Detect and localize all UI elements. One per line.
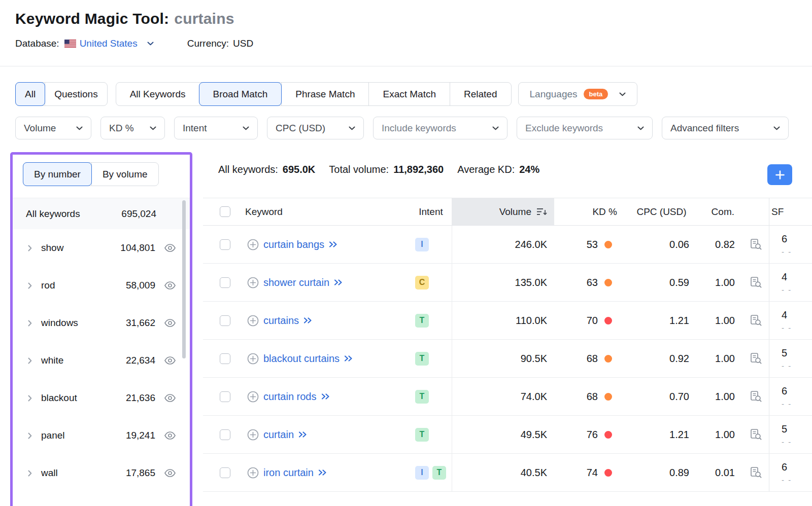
select-all-checkbox[interactable]: [220, 206, 230, 217]
database-selector[interactable]: United States: [80, 38, 154, 49]
sf-value: 6: [782, 461, 812, 473]
tab-questions[interactable]: Questions: [45, 83, 107, 105]
row-checkbox[interactable]: [220, 353, 230, 364]
filter-label: Intent: [183, 123, 207, 134]
serp-preview-icon[interactable]: [750, 390, 762, 403]
open-in-new-icon[interactable]: [344, 355, 353, 362]
eye-icon[interactable]: [164, 394, 176, 402]
filter-intent[interactable]: Intent: [174, 117, 258, 139]
col-header-com[interactable]: Com.: [698, 206, 739, 218]
all-keywords-row[interactable]: All keywords 695,024: [13, 198, 190, 229]
serp-preview-icon[interactable]: [750, 428, 762, 441]
serp-preview-icon[interactable]: [750, 238, 762, 250]
toggle-by-volume[interactable]: By volume: [91, 163, 158, 186]
filter-exclude-keywords[interactable]: Exclude keywords: [517, 117, 653, 139]
col-header-cpc[interactable]: CPC (USD): [625, 206, 698, 218]
keyword-group-row[interactable]: blackout21,636: [13, 379, 190, 417]
row-checkbox[interactable]: [220, 467, 230, 478]
chevron-right-icon[interactable]: [28, 432, 33, 439]
toggle-by-number[interactable]: By number: [23, 162, 92, 186]
serp-preview-icon[interactable]: [750, 276, 762, 288]
filter-advanced-filters[interactable]: Advanced filters: [662, 117, 789, 139]
keyword-group-row[interactable]: white22,634: [13, 342, 190, 379]
chevron-right-icon[interactable]: [28, 320, 33, 327]
keyword-link[interactable]: curtain bangs: [263, 239, 324, 250]
filter-include-keywords[interactable]: Include keywords: [373, 117, 507, 139]
tab-related[interactable]: Related: [450, 83, 511, 105]
filter-cpc-usd[interactable]: CPC (USD): [267, 117, 364, 139]
chevron-right-icon[interactable]: [28, 245, 33, 251]
eye-icon[interactable]: [164, 281, 176, 290]
kd-dot: [604, 355, 612, 363]
keyword-link[interactable]: shower curtain: [263, 277, 329, 288]
tab-broad-match[interactable]: Broad Match: [199, 82, 282, 106]
add-keyword-icon[interactable]: [247, 353, 259, 365]
add-keyword-icon[interactable]: [247, 277, 259, 288]
languages-label: Languages: [530, 89, 578, 100]
keyword-link[interactable]: iron curtain: [263, 467, 314, 479]
filter-kd[interactable]: KD %: [100, 117, 165, 139]
filter-volume[interactable]: Volume: [15, 117, 91, 139]
open-in-new-icon[interactable]: [303, 317, 313, 324]
com-cell: 1.00: [698, 315, 739, 327]
row-checkbox[interactable]: [220, 315, 230, 326]
add-keyword-icon[interactable]: [247, 467, 259, 479]
serp-preview-icon[interactable]: [750, 466, 762, 479]
add-to-list-button[interactable]: [767, 164, 792, 185]
open-in-new-icon[interactable]: [321, 393, 330, 400]
cpc-cell: 1.21: [625, 315, 698, 327]
chevron-right-icon[interactable]: [28, 395, 33, 402]
row-checkbox[interactable]: [220, 239, 230, 250]
col-header-sf[interactable]: SF: [769, 198, 812, 225]
tab-label: Phrase Match: [295, 89, 355, 100]
col-header-kd[interactable]: KD %: [554, 206, 625, 218]
row-checkbox[interactable]: [220, 391, 230, 402]
kd-dot: [604, 317, 612, 324]
keyword-link[interactable]: curtains: [263, 315, 299, 327]
serp-preview-icon[interactable]: [750, 314, 762, 327]
chevron-right-icon[interactable]: [28, 282, 33, 289]
keyword-link[interactable]: blackout curtains: [263, 353, 340, 365]
add-keyword-icon[interactable]: [247, 315, 259, 327]
open-in-new-icon[interactable]: [329, 241, 338, 248]
col-header-volume[interactable]: Volume: [452, 198, 554, 225]
add-keyword-icon[interactable]: [247, 391, 259, 403]
keyword-link[interactable]: curtain: [263, 429, 294, 441]
add-keyword-icon[interactable]: [247, 429, 259, 441]
eye-icon[interactable]: [164, 319, 176, 327]
col-header-intent: Intent: [410, 206, 452, 218]
tab-exact-match[interactable]: Exact Match: [368, 83, 450, 105]
open-in-new-icon[interactable]: [298, 431, 308, 438]
eye-icon[interactable]: [164, 431, 176, 440]
add-keyword-icon[interactable]: [247, 239, 259, 250]
eye-icon[interactable]: [164, 469, 176, 477]
tab-all-keywords[interactable]: All Keywords: [116, 83, 199, 105]
col-header-keyword: Keyword: [234, 206, 410, 218]
keyword-group-row[interactable]: wall17,865: [13, 454, 190, 492]
keyword-cell: curtain bangs: [234, 239, 410, 250]
tab-phrase-match[interactable]: Phrase Match: [281, 83, 368, 105]
keyword-group-row[interactable]: rod58,009: [13, 267, 190, 304]
sidebar-scrollbar[interactable]: [182, 200, 186, 358]
keyword-group-row[interactable]: show104,801: [13, 229, 190, 267]
filter-label: CPC (USD): [276, 123, 325, 134]
tab-all[interactable]: All: [15, 82, 45, 106]
chevron-right-icon[interactable]: [28, 470, 33, 477]
keyword-group-row[interactable]: windows31,662: [13, 304, 190, 342]
com-cell: 0.82: [698, 239, 739, 250]
serp-preview-icon[interactable]: [750, 352, 762, 365]
row-checkbox[interactable]: [220, 277, 230, 288]
languages-dropdown[interactable]: Languages beta: [518, 82, 638, 106]
row-checkbox[interactable]: [220, 429, 230, 440]
chevron-down-icon: [150, 126, 156, 130]
open-in-new-icon[interactable]: [318, 469, 327, 476]
open-in-new-icon[interactable]: [334, 279, 343, 286]
eye-icon[interactable]: [164, 244, 176, 252]
keyword-link[interactable]: curtain rods: [263, 391, 317, 403]
table-body: curtain bangsI246.0K530.060.826- -shower…: [203, 226, 812, 492]
eye-icon[interactable]: [164, 356, 176, 365]
keyword-group-row[interactable]: panel19,241: [13, 417, 190, 454]
kd-value: 53: [587, 239, 598, 250]
chevron-right-icon[interactable]: [28, 357, 33, 364]
kd-cell: 68: [554, 391, 625, 403]
